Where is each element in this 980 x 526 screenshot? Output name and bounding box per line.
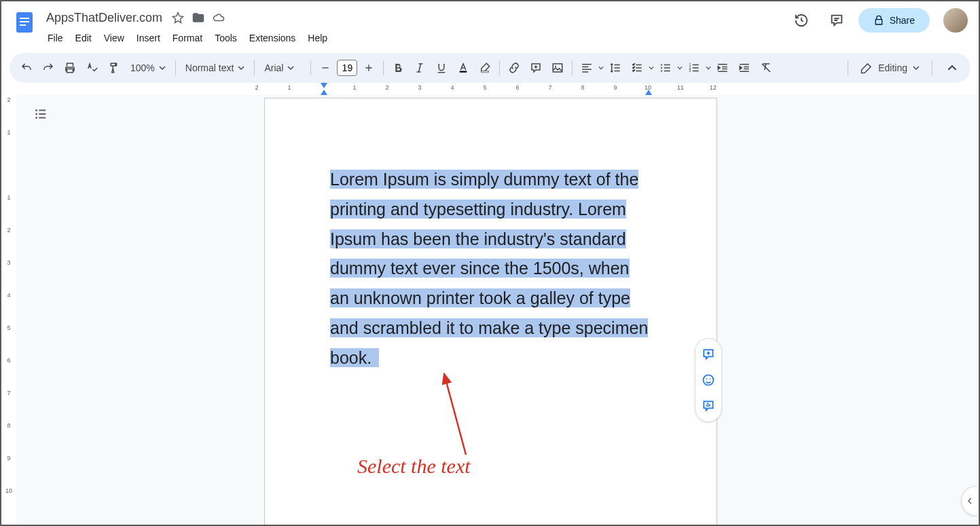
font-size-increase[interactable] bbox=[359, 58, 379, 78]
redo-icon[interactable] bbox=[38, 58, 58, 78]
app-container: AppsThatDeliver.com File Edit View Inser… bbox=[0, 0, 980, 526]
menu-format[interactable]: Format bbox=[167, 30, 208, 46]
svg-rect-4 bbox=[460, 71, 467, 73]
line-spacing-icon[interactable] bbox=[605, 58, 625, 78]
svg-rect-3 bbox=[20, 24, 26, 26]
menu-edit[interactable]: Edit bbox=[70, 30, 97, 46]
document-text[interactable]: Lorem Ipsum is simply dummy text of the … bbox=[330, 165, 651, 373]
separator bbox=[383, 60, 384, 75]
menu-help[interactable]: Help bbox=[302, 30, 333, 46]
separator bbox=[932, 60, 932, 75]
chevron-down-icon[interactable] bbox=[706, 65, 711, 71]
font-size-input[interactable] bbox=[337, 60, 357, 76]
bold-icon[interactable] bbox=[388, 58, 408, 78]
underline-icon[interactable] bbox=[431, 58, 452, 78]
separator bbox=[310, 60, 311, 75]
title-area: AppsThatDeliver.com File Edit View Inser… bbox=[42, 7, 788, 48]
move-icon[interactable] bbox=[192, 12, 204, 24]
separator bbox=[572, 60, 573, 75]
chevron-down-icon[interactable] bbox=[677, 65, 683, 71]
horizontal-ruler[interactable]: 2 1 1 2 3 4 5 6 7 8 9 10 11 12 bbox=[1, 83, 979, 95]
pencil-icon bbox=[860, 62, 873, 74]
font-value: Arial bbox=[264, 62, 283, 73]
document-page[interactable]: Lorem Ipsum is simply dummy text of the … bbox=[264, 98, 717, 525]
svg-point-10 bbox=[661, 70, 662, 71]
align-icon[interactable] bbox=[577, 58, 597, 78]
selection-side-widget bbox=[695, 338, 722, 422]
font-size-control bbox=[315, 58, 379, 78]
menu-bar: File Edit View Insert Format Tools Exten… bbox=[42, 29, 788, 48]
first-line-indent-marker[interactable] bbox=[321, 83, 327, 88]
svg-point-9 bbox=[661, 67, 662, 69]
avatar[interactable] bbox=[943, 8, 968, 33]
document-canvas[interactable]: Lorem Ipsum is simply dummy text of the … bbox=[16, 95, 979, 525]
indent-increase-icon[interactable] bbox=[734, 58, 755, 78]
indent-decrease-icon[interactable] bbox=[712, 58, 733, 78]
menu-file[interactable]: File bbox=[42, 30, 69, 46]
spellcheck-icon[interactable] bbox=[81, 58, 102, 78]
numbered-list-icon[interactable]: 123 bbox=[684, 58, 704, 78]
highlight-color-icon[interactable] bbox=[475, 58, 495, 78]
font-size-decrease[interactable] bbox=[315, 58, 335, 78]
svg-rect-5 bbox=[482, 71, 489, 73]
image-icon[interactable] bbox=[547, 58, 568, 78]
editing-mode-button[interactable]: Editing bbox=[852, 58, 928, 78]
zoom-select[interactable]: 100% bbox=[125, 60, 171, 76]
vertical-ruler[interactable]: 2 1 1 2 3 4 5 6 7 8 9 10 bbox=[1, 95, 16, 525]
svg-point-19 bbox=[704, 375, 714, 386]
chevron-down-icon bbox=[238, 64, 244, 71]
text-color-icon[interactable] bbox=[453, 58, 473, 78]
title-row: AppsThatDeliver.com bbox=[42, 7, 788, 29]
svg-point-21 bbox=[710, 379, 711, 380]
separator bbox=[254, 60, 255, 75]
chevron-down-icon bbox=[287, 64, 294, 71]
share-label: Share bbox=[890, 15, 915, 26]
selected-text[interactable]: Lorem Ipsum is simply dummy text of the … bbox=[330, 170, 648, 367]
svg-point-8 bbox=[661, 64, 662, 65]
paint-format-icon[interactable] bbox=[103, 58, 124, 78]
right-indent-marker[interactable] bbox=[645, 90, 652, 95]
annotation-arrow bbox=[439, 370, 473, 458]
bulleted-list-icon[interactable] bbox=[655, 58, 676, 78]
italic-icon[interactable] bbox=[410, 58, 430, 78]
annotation-text: Select the text bbox=[357, 455, 471, 478]
suggest-edit-button[interactable] bbox=[697, 394, 720, 417]
chevron-down-icon bbox=[913, 64, 920, 71]
link-icon[interactable] bbox=[504, 58, 524, 78]
clear-format-icon[interactable] bbox=[756, 58, 776, 78]
chevron-down-icon[interactable] bbox=[649, 65, 654, 71]
cloud-icon[interactable] bbox=[213, 12, 225, 24]
font-select[interactable]: Arial bbox=[259, 60, 306, 76]
star-icon[interactable] bbox=[172, 12, 184, 24]
separator bbox=[175, 60, 176, 75]
add-emoji-button[interactable] bbox=[697, 369, 720, 392]
svg-line-18 bbox=[444, 374, 466, 455]
menu-insert[interactable]: Insert bbox=[131, 30, 166, 46]
collapse-toolbar-icon[interactable] bbox=[941, 56, 964, 79]
separator bbox=[499, 60, 500, 75]
style-select[interactable]: Normal text bbox=[180, 60, 251, 76]
share-button[interactable]: Share bbox=[858, 8, 930, 33]
document-title[interactable]: AppsThatDeliver.com bbox=[42, 10, 166, 26]
header: AppsThatDeliver.com File Edit View Inser… bbox=[1, 1, 979, 48]
left-indent-marker[interactable] bbox=[321, 90, 327, 95]
print-icon[interactable] bbox=[60, 58, 80, 78]
editing-label: Editing bbox=[878, 62, 907, 73]
separator bbox=[848, 60, 848, 75]
svg-rect-1 bbox=[20, 18, 29, 19]
menu-view[interactable]: View bbox=[98, 30, 130, 46]
menu-extensions[interactable]: Extensions bbox=[244, 30, 301, 46]
add-comment-button[interactable] bbox=[697, 343, 720, 366]
title-icons bbox=[172, 12, 225, 24]
checklist-icon[interactable] bbox=[627, 58, 647, 78]
history-icon[interactable] bbox=[788, 7, 815, 34]
menu-tools[interactable]: Tools bbox=[209, 30, 242, 46]
comments-icon[interactable] bbox=[823, 7, 850, 34]
chevron-down-icon[interactable] bbox=[598, 65, 604, 71]
undo-icon[interactable] bbox=[16, 58, 37, 78]
docs-logo[interactable] bbox=[12, 10, 37, 34]
add-comment-icon[interactable] bbox=[526, 58, 546, 78]
svg-text:3: 3 bbox=[689, 69, 691, 73]
style-value: Normal text bbox=[185, 62, 234, 73]
zoom-value: 100% bbox=[130, 62, 155, 73]
